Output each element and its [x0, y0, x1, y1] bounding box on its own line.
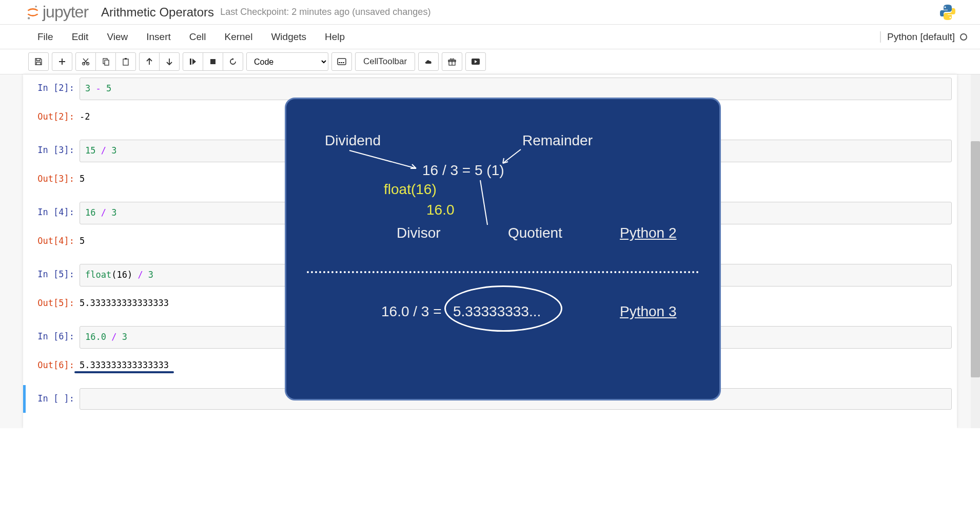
menu-insert[interactable]: Insert: [137, 26, 180, 48]
svg-rect-10: [190, 59, 191, 65]
run-button[interactable]: [183, 52, 203, 71]
out-prompt: Out[4]:: [28, 231, 80, 252]
save-button[interactable]: [28, 52, 49, 71]
label-remainder: Remainder: [522, 132, 593, 149]
in-prompt: In [4]:: [28, 202, 80, 224]
kernel-status-icon: [960, 33, 967, 41]
video-button[interactable]: [465, 52, 486, 71]
svg-rect-9: [125, 58, 127, 60]
out-prompt: Out[2]:: [28, 106, 80, 128]
move-down-button[interactable]: [159, 52, 180, 71]
move-up-button[interactable]: [139, 52, 160, 71]
label-divisor: Divisor: [397, 225, 441, 241]
code-input[interactable]: 3 - 5: [80, 78, 952, 100]
menu-help[interactable]: Help: [316, 26, 354, 48]
svg-rect-13: [339, 62, 340, 63]
svg-rect-8: [123, 59, 128, 65]
arrow-quotient-icon: [479, 179, 489, 227]
svg-rect-7: [105, 60, 109, 65]
float-call: float(16): [384, 181, 437, 198]
equation-1: 16 / 3 = 5 (1): [422, 162, 504, 179]
cloud-button[interactable]: [418, 52, 439, 71]
header-bar: jupyter Arithmetic Operators Last Checkp…: [0, 0, 980, 25]
cell-type-select[interactable]: Code: [246, 52, 328, 71]
in-prompt: In [2]:: [28, 78, 80, 100]
svg-line-19: [349, 150, 416, 168]
svg-rect-12: [338, 59, 346, 65]
svg-rect-15: [343, 62, 344, 63]
gift-button[interactable]: [442, 52, 462, 71]
menu-view[interactable]: View: [97, 26, 137, 48]
in-prompt: In [6]:: [28, 326, 80, 349]
label-dividend: Dividend: [325, 132, 381, 149]
menu-bar: File Edit View Insert Cell Kernel Widget…: [0, 25, 980, 49]
svg-point-1: [28, 17, 30, 19]
out-prompt: Out[3]:: [28, 168, 80, 190]
checkpoint-text: Last Checkpoint: 2 minutes ago (unsaved …: [220, 7, 430, 17]
paste-button[interactable]: [115, 52, 136, 71]
jupyter-logo[interactable]: jupyter: [26, 3, 88, 22]
kernel-name: Python [default]: [887, 31, 955, 43]
label-python3: Python 3: [620, 303, 677, 320]
divider-dotted: [307, 271, 699, 273]
notebook-title[interactable]: Arithmetic Operators: [101, 5, 214, 20]
menu-widgets[interactable]: Widgets: [262, 26, 316, 48]
svg-rect-11: [210, 59, 215, 64]
in-prompt: In [3]:: [28, 140, 80, 162]
in-prompt: In [5]:: [28, 264, 80, 286]
float-value: 16.0: [426, 202, 455, 218]
circle-annotation: [444, 285, 562, 332]
menu-kernel[interactable]: Kernel: [215, 26, 262, 48]
out-prompt: Out[6]:: [28, 355, 80, 376]
svg-point-0: [35, 5, 37, 7]
svg-rect-14: [341, 62, 342, 63]
jupyter-icon: [26, 5, 40, 20]
label-quotient: Quotient: [508, 225, 562, 241]
copy-button[interactable]: [95, 52, 116, 71]
kernel-indicator: Python [default]: [880, 31, 972, 43]
restart-button[interactable]: [223, 52, 243, 71]
scrollbar-thumb[interactable]: [971, 141, 980, 377]
python-logo-icon: [938, 3, 957, 22]
svg-line-21: [480, 180, 487, 225]
arrow-remainder-icon: [499, 148, 525, 166]
menu-edit[interactable]: Edit: [63, 26, 98, 48]
menu-file[interactable]: File: [28, 26, 63, 48]
explanation-overlay: Dividend Remainder 16 / 3 = 5 (1) float(…: [285, 98, 721, 400]
label-python2: Python 2: [620, 225, 677, 241]
cell-toolbar-button[interactable]: CellToolbar: [355, 52, 415, 71]
cut-button[interactable]: [75, 52, 96, 71]
interrupt-button[interactable]: [203, 52, 223, 71]
out-prompt: Out[5]:: [28, 293, 80, 314]
vertical-scrollbar[interactable]: [971, 74, 980, 428]
equation-2-left: 16.0 / 3 =: [381, 303, 442, 320]
add-cell-button[interactable]: [52, 52, 72, 71]
notebook-area: In [2]: 3 - 5 Out[2]: -2 In [3]: 15 / 3 …: [0, 74, 980, 428]
menu-cell[interactable]: Cell: [180, 26, 215, 48]
arrow-dividend-icon: [347, 148, 421, 171]
svg-line-20: [503, 149, 521, 163]
command-palette-button[interactable]: [331, 52, 352, 71]
svg-point-2: [945, 6, 946, 8]
logo-text: jupyter: [43, 3, 88, 22]
toolbar: Code CellToolbar: [0, 49, 980, 74]
in-prompt: In [ ]:: [28, 388, 80, 410]
svg-point-3: [950, 16, 951, 18]
